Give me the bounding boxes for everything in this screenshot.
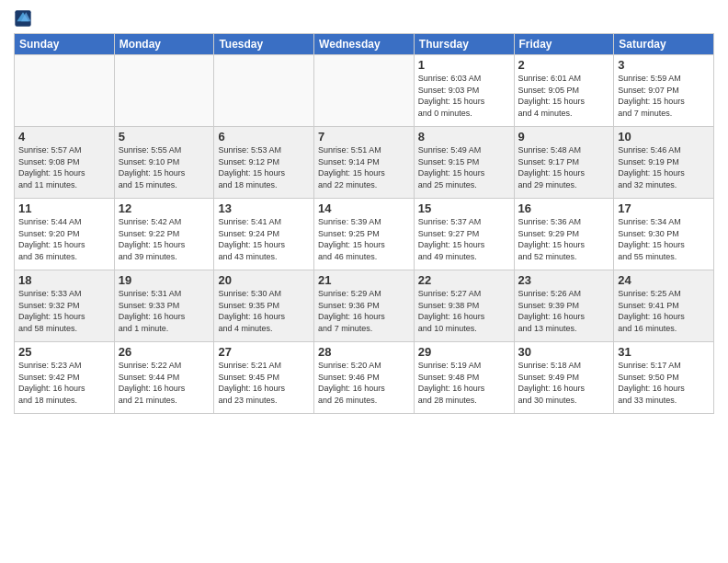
day-cell: 31Sunrise: 5:17 AMSunset: 9:50 PMDayligh… <box>614 342 714 414</box>
day-cell: 8Sunrise: 5:49 AMSunset: 9:15 PMDaylight… <box>414 127 514 199</box>
day-number: 16 <box>518 201 610 215</box>
header-cell-tuesday: Tuesday <box>214 34 314 55</box>
day-info: Sunrise: 5:22 AMSunset: 9:44 PMDaylight:… <box>119 360 210 406</box>
week-row-3: 11Sunrise: 5:44 AMSunset: 9:20 PMDayligh… <box>15 199 714 270</box>
day-info: Sunrise: 5:21 AMSunset: 9:45 PMDaylight:… <box>218 360 310 406</box>
day-number: 28 <box>318 345 410 359</box>
day-info: Sunrise: 5:44 AMSunset: 9:20 PMDaylight:… <box>18 216 110 262</box>
day-number: 11 <box>18 201 110 215</box>
calendar-table: SundayMondayTuesdayWednesdayThursdayFrid… <box>14 33 714 414</box>
day-cell: 9Sunrise: 5:48 AMSunset: 9:17 PMDaylight… <box>514 127 614 199</box>
day-cell <box>214 55 314 127</box>
day-cell: 28Sunrise: 5:20 AMSunset: 9:46 PMDayligh… <box>314 342 415 414</box>
day-info: Sunrise: 5:33 AMSunset: 9:32 PMDaylight:… <box>18 288 110 334</box>
day-info: Sunrise: 5:17 AMSunset: 9:50 PMDaylight:… <box>618 360 710 406</box>
day-info: Sunrise: 6:03 AMSunset: 9:03 PMDaylight:… <box>418 73 510 119</box>
day-cell: 20Sunrise: 5:30 AMSunset: 9:35 PMDayligh… <box>214 270 314 342</box>
day-info: Sunrise: 5:49 AMSunset: 9:15 PMDaylight:… <box>418 144 510 190</box>
day-info: Sunrise: 5:30 AMSunset: 9:35 PMDaylight:… <box>218 288 310 334</box>
day-cell: 17Sunrise: 5:34 AMSunset: 9:30 PMDayligh… <box>614 199 714 270</box>
day-number: 22 <box>418 273 510 287</box>
day-cell: 19Sunrise: 5:31 AMSunset: 9:33 PMDayligh… <box>114 270 214 342</box>
day-info: Sunrise: 5:29 AMSunset: 9:36 PMDaylight:… <box>318 288 410 334</box>
header-cell-monday: Monday <box>114 34 214 55</box>
day-number: 9 <box>518 130 610 144</box>
week-row-1: 1Sunrise: 6:03 AMSunset: 9:03 PMDaylight… <box>15 55 714 127</box>
day-cell: 23Sunrise: 5:26 AMSunset: 9:39 PMDayligh… <box>514 270 614 342</box>
day-cell: 25Sunrise: 5:23 AMSunset: 9:42 PMDayligh… <box>15 342 115 414</box>
header <box>14 9 714 28</box>
day-info: Sunrise: 5:20 AMSunset: 9:46 PMDaylight:… <box>318 360 410 406</box>
header-row: SundayMondayTuesdayWednesdayThursdayFrid… <box>15 34 714 55</box>
day-number: 31 <box>618 345 710 359</box>
day-info: Sunrise: 5:53 AMSunset: 9:12 PMDaylight:… <box>218 144 310 190</box>
day-info: Sunrise: 5:39 AMSunset: 9:25 PMDaylight:… <box>318 216 410 262</box>
day-info: Sunrise: 5:41 AMSunset: 9:24 PMDaylight:… <box>218 216 310 262</box>
day-number: 20 <box>218 273 310 287</box>
day-info: Sunrise: 5:42 AMSunset: 9:22 PMDaylight:… <box>119 216 210 262</box>
day-number: 21 <box>318 273 410 287</box>
day-cell: 21Sunrise: 5:29 AMSunset: 9:36 PMDayligh… <box>314 270 415 342</box>
day-number: 29 <box>418 345 510 359</box>
header-cell-saturday: Saturday <box>614 34 714 55</box>
day-info: Sunrise: 5:18 AMSunset: 9:49 PMDaylight:… <box>518 360 610 406</box>
day-number: 2 <box>518 58 610 72</box>
day-info: Sunrise: 5:25 AMSunset: 9:41 PMDaylight:… <box>618 288 710 334</box>
day-info: Sunrise: 5:55 AMSunset: 9:10 PMDaylight:… <box>119 144 210 190</box>
day-info: Sunrise: 5:36 AMSunset: 9:29 PMDaylight:… <box>518 216 610 262</box>
day-cell: 30Sunrise: 5:18 AMSunset: 9:49 PMDayligh… <box>514 342 614 414</box>
day-number: 25 <box>18 345 110 359</box>
header-cell-sunday: Sunday <box>15 34 115 55</box>
day-cell: 27Sunrise: 5:21 AMSunset: 9:45 PMDayligh… <box>214 342 314 414</box>
day-cell: 6Sunrise: 5:53 AMSunset: 9:12 PMDaylight… <box>214 127 314 199</box>
day-number: 1 <box>418 58 510 72</box>
day-cell <box>114 55 214 127</box>
day-number: 23 <box>518 273 610 287</box>
day-cell: 13Sunrise: 5:41 AMSunset: 9:24 PMDayligh… <box>214 199 314 270</box>
calendar-container: SundayMondayTuesdayWednesdayThursdayFrid… <box>0 0 728 563</box>
day-cell: 1Sunrise: 6:03 AMSunset: 9:03 PMDaylight… <box>414 55 514 127</box>
day-number: 19 <box>119 273 210 287</box>
day-cell: 3Sunrise: 5:59 AMSunset: 9:07 PMDaylight… <box>614 55 714 127</box>
day-cell: 14Sunrise: 5:39 AMSunset: 9:25 PMDayligh… <box>314 199 415 270</box>
day-info: Sunrise: 6:01 AMSunset: 9:05 PMDaylight:… <box>518 73 610 119</box>
header-cell-friday: Friday <box>514 34 614 55</box>
day-number: 6 <box>218 130 310 144</box>
day-info: Sunrise: 5:37 AMSunset: 9:27 PMDaylight:… <box>418 216 510 262</box>
day-cell: 11Sunrise: 5:44 AMSunset: 9:20 PMDayligh… <box>15 199 115 270</box>
day-number: 10 <box>618 130 710 144</box>
day-cell: 22Sunrise: 5:27 AMSunset: 9:38 PMDayligh… <box>414 270 514 342</box>
day-number: 12 <box>119 201 210 215</box>
day-number: 14 <box>318 201 410 215</box>
week-row-5: 25Sunrise: 5:23 AMSunset: 9:42 PMDayligh… <box>15 342 714 414</box>
day-cell: 15Sunrise: 5:37 AMSunset: 9:27 PMDayligh… <box>414 199 514 270</box>
day-cell: 18Sunrise: 5:33 AMSunset: 9:32 PMDayligh… <box>15 270 115 342</box>
day-info: Sunrise: 5:34 AMSunset: 9:30 PMDaylight:… <box>618 216 710 262</box>
week-row-2: 4Sunrise: 5:57 AMSunset: 9:08 PMDaylight… <box>15 127 714 199</box>
day-number: 17 <box>618 201 710 215</box>
day-number: 13 <box>218 201 310 215</box>
day-number: 8 <box>418 130 510 144</box>
day-number: 3 <box>618 58 710 72</box>
day-info: Sunrise: 5:51 AMSunset: 9:14 PMDaylight:… <box>318 144 410 190</box>
header-cell-wednesday: Wednesday <box>314 34 415 55</box>
day-number: 26 <box>119 345 210 359</box>
day-cell: 12Sunrise: 5:42 AMSunset: 9:22 PMDayligh… <box>114 199 214 270</box>
day-number: 18 <box>18 273 110 287</box>
day-info: Sunrise: 5:57 AMSunset: 9:08 PMDaylight:… <box>18 144 110 190</box>
logo <box>14 9 34 28</box>
day-cell: 7Sunrise: 5:51 AMSunset: 9:14 PMDaylight… <box>314 127 415 199</box>
day-info: Sunrise: 5:23 AMSunset: 9:42 PMDaylight:… <box>18 360 110 406</box>
day-number: 24 <box>618 273 710 287</box>
day-cell: 24Sunrise: 5:25 AMSunset: 9:41 PMDayligh… <box>614 270 714 342</box>
day-number: 15 <box>418 201 510 215</box>
day-number: 7 <box>318 130 410 144</box>
day-cell: 29Sunrise: 5:19 AMSunset: 9:48 PMDayligh… <box>414 342 514 414</box>
day-cell: 16Sunrise: 5:36 AMSunset: 9:29 PMDayligh… <box>514 199 614 270</box>
day-number: 30 <box>518 345 610 359</box>
day-info: Sunrise: 5:31 AMSunset: 9:33 PMDaylight:… <box>119 288 210 334</box>
day-number: 5 <box>119 130 210 144</box>
day-cell: 4Sunrise: 5:57 AMSunset: 9:08 PMDaylight… <box>15 127 115 199</box>
day-info: Sunrise: 5:26 AMSunset: 9:39 PMDaylight:… <box>518 288 610 334</box>
day-cell: 5Sunrise: 5:55 AMSunset: 9:10 PMDaylight… <box>114 127 214 199</box>
